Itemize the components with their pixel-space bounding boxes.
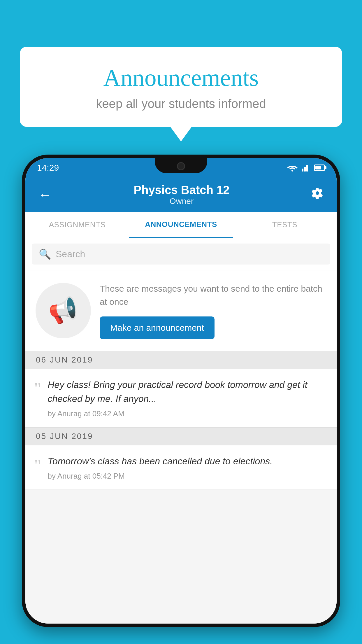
announcement-meta-1: by Anurag at 09:42 AM [48, 409, 328, 418]
tab-announcements[interactable]: ANNOUNCEMENTS [129, 212, 233, 238]
bubble-subtitle: keep all your students informed [34, 97, 328, 111]
svg-rect-3 [306, 165, 308, 172]
tab-tests[interactable]: TESTS [233, 212, 337, 238]
svg-rect-2 [304, 167, 306, 172]
make-announcement-button[interactable]: Make an announcement [100, 316, 215, 339]
announcement-text-1: Hey class! Bring your practical record b… [48, 378, 328, 418]
speech-bubble-container: Announcements keep all your students inf… [20, 47, 342, 127]
status-time: 14:29 [37, 163, 59, 173]
promo-text-group: These are messages you want to send to t… [100, 282, 326, 339]
date-divider-2: 05 JUN 2019 [25, 427, 337, 445]
search-icon: 🔍 [39, 248, 51, 260]
phone-content: 🔍 Search 📢 These are messages you want t… [25, 238, 337, 624]
app-bar-title-group: Physics Batch 12 Owner [55, 183, 308, 206]
announcement-item-2[interactable]: " Tomorrow's class has been cancelled du… [25, 445, 337, 490]
bubble-title: Announcements [34, 64, 328, 92]
promo-card: 📢 These are messages you want to send to… [25, 270, 337, 351]
phone-frame: 14:29 [22, 155, 340, 627]
app-bar-title: Physics Batch 12 [55, 183, 308, 197]
svg-rect-1 [302, 169, 303, 172]
tab-bar: ASSIGNMENTS ANNOUNCEMENTS TESTS [25, 212, 337, 238]
app-bar-subtitle: Owner [55, 197, 308, 206]
battery-icon [314, 164, 325, 171]
phone-screen: 14:29 [25, 158, 337, 624]
back-button[interactable]: ← [36, 184, 55, 205]
app-bar: ← Physics Batch 12 Owner [25, 177, 337, 212]
settings-button[interactable] [308, 184, 326, 205]
svg-point-0 [291, 170, 293, 172]
announcement-text-2: Tomorrow's class has been cancelled due … [48, 454, 328, 481]
announcement-item-1[interactable]: " Hey class! Bring your practical record… [25, 369, 337, 427]
quote-icon-1: " [34, 380, 41, 398]
speech-bubble: Announcements keep all your students inf… [20, 47, 342, 127]
phone-camera [177, 162, 185, 170]
signal-icon [302, 164, 310, 172]
phone-wrapper: 14:29 [22, 155, 340, 644]
announcement-message-2: Tomorrow's class has been cancelled due … [48, 454, 328, 468]
megaphone-icon: 📢 [47, 295, 80, 327]
phone-notch [155, 158, 207, 173]
announcement-message-1: Hey class! Bring your practical record b… [48, 378, 328, 406]
search-placeholder: Search [56, 249, 85, 260]
tab-assignments[interactable]: ASSIGNMENTS [25, 212, 129, 238]
promo-description: These are messages you want to send to t… [100, 282, 326, 308]
status-icons [287, 164, 325, 172]
search-bar-container: 🔍 Search [25, 238, 337, 270]
wifi-icon [287, 164, 298, 172]
promo-icon-circle: 📢 [36, 283, 91, 338]
quote-icon-2: " [34, 456, 41, 474]
search-bar[interactable]: 🔍 Search [32, 244, 330, 265]
announcement-meta-2: by Anurag at 05:42 PM [48, 472, 328, 481]
date-divider-1: 06 JUN 2019 [25, 351, 337, 369]
